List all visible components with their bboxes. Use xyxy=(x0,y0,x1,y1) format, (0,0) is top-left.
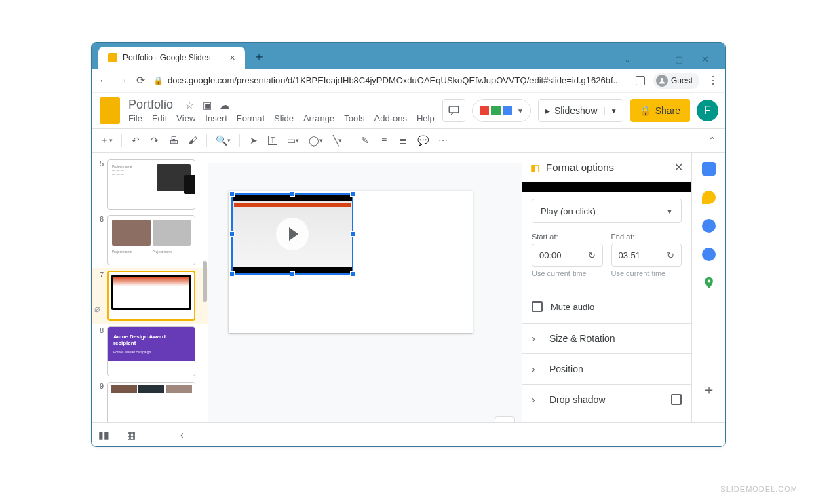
filmstrip-scrollbar[interactable] xyxy=(203,261,207,302)
resize-handle[interactable] xyxy=(290,191,295,197)
keep-icon[interactable] xyxy=(702,191,716,204)
new-slide-button[interactable]: ＋▾ xyxy=(97,132,115,149)
menu-view[interactable]: View xyxy=(176,113,195,123)
menu-arrange[interactable]: Arrange xyxy=(303,113,334,123)
format-options-panel: ◧ Format options ✕ Play (on click) ▼ Sta… xyxy=(522,153,691,444)
account-avatar[interactable]: F xyxy=(697,100,718,121)
share-button[interactable]: 🔒 Share xyxy=(630,99,690,122)
maximize-icon[interactable]: ▢ xyxy=(671,54,687,64)
collapse-toolbar[interactable]: ⌃ xyxy=(705,132,720,149)
slideshow-dropdown[interactable]: ▼ xyxy=(604,107,623,115)
menu-help[interactable]: Help xyxy=(416,113,435,123)
use-current-end[interactable]: Use current time xyxy=(611,269,682,277)
menu-file[interactable]: File xyxy=(128,113,142,123)
paint-format-button[interactable]: 🖌 xyxy=(185,132,200,149)
play-mode-dropdown[interactable]: Play (on click) ▼ xyxy=(532,199,682,223)
select-tool[interactable]: ➤ xyxy=(246,132,261,149)
filmstrip[interactable]: 5 Project name― ― ―― ― ― 6 Project nameP… xyxy=(92,153,208,444)
zoom-button[interactable]: 🔍▾ xyxy=(213,132,233,149)
close-window-icon[interactable]: ✕ xyxy=(697,54,713,64)
browser-tab[interactable]: Portfolio - Google Slides × xyxy=(98,47,245,69)
menu-insert[interactable]: Insert xyxy=(205,113,227,123)
comments-button[interactable] xyxy=(442,99,465,122)
doc-title[interactable]: Portfolio xyxy=(128,98,173,112)
editor-canvas[interactable]: ✦ xyxy=(208,153,522,444)
guest-avatar-icon xyxy=(656,75,668,87)
lock-icon: 🔒 xyxy=(640,105,651,116)
comment-tool[interactable]: 💬 xyxy=(414,132,431,149)
tasks-icon[interactable] xyxy=(702,219,716,233)
end-time-input[interactable]: 03:51 ↻ xyxy=(611,244,682,267)
reset-tool[interactable]: ≣ xyxy=(395,132,410,149)
slide-thumbnail[interactable]: 5 Project name― ― ―― ― ― xyxy=(92,157,208,212)
reload-button[interactable]: ⟳ xyxy=(136,74,145,87)
back-button[interactable]: ← xyxy=(98,75,109,87)
undo-button[interactable]: ↶ xyxy=(128,132,143,149)
toggle-reader-icon[interactable] xyxy=(636,76,645,85)
shape-tool[interactable]: ◯▾ xyxy=(306,132,326,149)
resize-handle[interactable] xyxy=(350,191,355,197)
browser-menu-icon[interactable]: ⋮ xyxy=(708,74,718,87)
slideshow-button[interactable]: ▸Slideshow ▼ xyxy=(538,99,623,122)
resize-handle[interactable] xyxy=(350,271,355,277)
profile-chip[interactable]: Guest xyxy=(653,73,699,89)
image-tool[interactable]: ▭▾ xyxy=(284,132,302,149)
mute-audio-checkbox[interactable]: Mute audio xyxy=(532,290,682,323)
calendar-icon[interactable] xyxy=(702,162,716,176)
use-current-start[interactable]: Use current time xyxy=(532,269,603,277)
slide-thumbnail[interactable]: 6 Project nameProject name xyxy=(92,212,208,268)
maps-icon[interactable] xyxy=(702,276,716,290)
chevron-down-icon[interactable]: ⌄ xyxy=(619,54,636,64)
checkbox-icon xyxy=(532,301,543,312)
slides-logo-icon[interactable] xyxy=(100,97,120,124)
start-time-input[interactable]: 00:00 ↻ xyxy=(532,244,603,267)
slide-thumbnail[interactable]: 8 Acme Design Award recipientForbes Mast… xyxy=(92,324,208,379)
app-header: Portfolio ☆ ▣ ☁ File Edit View Insert Fo… xyxy=(92,93,725,128)
resize-handle[interactable] xyxy=(350,231,355,237)
menu-tools[interactable]: Tools xyxy=(344,113,364,123)
menu-slide[interactable]: Slide xyxy=(274,113,294,123)
section-position[interactable]: › Position xyxy=(522,353,691,384)
content-area: 5 Project name― ― ―― ― ― 6 Project nameP… xyxy=(92,153,725,444)
menu-format[interactable]: Format xyxy=(237,113,265,123)
cloud-saved-icon[interactable]: ☁ xyxy=(220,100,229,111)
grid-view-icon[interactable]: ▦ xyxy=(127,429,136,440)
redo-button[interactable]: ↷ xyxy=(147,132,162,149)
resize-handle[interactable] xyxy=(229,191,235,197)
panel-close-icon[interactable]: ✕ xyxy=(674,161,683,174)
resize-handle[interactable] xyxy=(229,231,235,237)
forward-button[interactable]: → xyxy=(117,75,128,87)
collapse-filmstrip-icon[interactable]: ‹ xyxy=(180,429,184,440)
refresh-icon[interactable]: ↻ xyxy=(588,250,596,260)
add-addon-button[interactable]: ＋ xyxy=(702,381,716,399)
slide[interactable] xyxy=(229,191,473,333)
mask-tool[interactable]: ≡ xyxy=(376,132,391,149)
url-display[interactable]: 🔒 docs.google.com/presentation/d/1KBPEIo… xyxy=(153,75,627,85)
textbox-tool[interactable]: 🅃 xyxy=(265,132,280,149)
video-object-selected[interactable] xyxy=(231,193,353,275)
crop-tool[interactable]: ✎ xyxy=(357,132,372,149)
play-overlay-icon[interactable] xyxy=(276,218,309,250)
resize-handle[interactable] xyxy=(290,271,295,277)
print-button[interactable]: 🖶 xyxy=(166,132,181,149)
svg-rect-1 xyxy=(449,106,459,113)
filmstrip-view-icon[interactable]: ▮▮ xyxy=(98,429,109,440)
minimize-icon[interactable]: ― xyxy=(645,54,661,64)
meet-button[interactable]: ▼ xyxy=(472,99,531,122)
new-tab-button[interactable]: ＋ xyxy=(253,48,265,64)
browser-window: Portfolio - Google Slides × ＋ ⌄ ― ▢ ✕ ← … xyxy=(91,42,726,447)
chevron-right-icon: › xyxy=(532,333,541,344)
resize-handle[interactable] xyxy=(229,271,235,277)
menu-edit[interactable]: Edit xyxy=(152,113,167,123)
move-icon[interactable]: ▣ xyxy=(203,100,212,111)
refresh-icon[interactable]: ↻ xyxy=(667,250,674,260)
tab-close-icon[interactable]: × xyxy=(229,52,235,63)
line-tool[interactable]: ╲▾ xyxy=(330,132,345,149)
more-tools[interactable]: ⋯ xyxy=(435,132,450,149)
star-icon[interactable]: ☆ xyxy=(185,100,194,111)
contacts-icon[interactable] xyxy=(702,248,716,261)
section-drop-shadow[interactable]: › Drop shadow xyxy=(522,384,691,414)
menu-addons[interactable]: Add-ons xyxy=(374,113,407,123)
section-size-rotation[interactable]: › Size & Rotation xyxy=(522,323,691,353)
slide-thumbnail-selected[interactable]: 7 xyxy=(92,268,208,324)
